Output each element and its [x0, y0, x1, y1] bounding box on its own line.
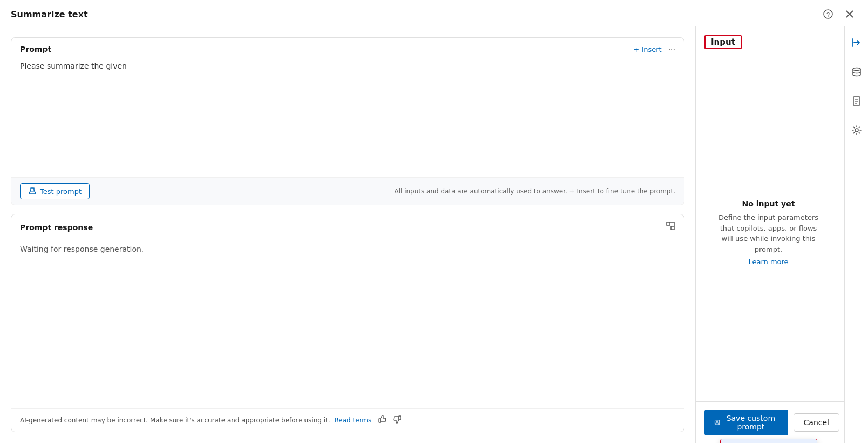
thumbs-down-icon — [392, 414, 402, 424]
window-title: Summarize text — [11, 9, 88, 19]
input-title: Input — [704, 35, 742, 49]
svg-rect-12 — [853, 97, 860, 105]
prompt-text[interactable]: Please summarize the given — [11, 58, 684, 177]
save-label: Save custom prompt — [723, 414, 778, 431]
input-header: Input — [704, 35, 832, 49]
document-icon-button[interactable] — [847, 91, 866, 111]
main-layout: Prompt + Insert ··· Please summarize the… — [0, 26, 868, 443]
cancel-button[interactable]: Cancel — [794, 413, 839, 432]
settings-icon — [851, 125, 862, 136]
response-title: Prompt response — [20, 223, 93, 232]
document-icon — [851, 96, 862, 106]
database-icon — [851, 66, 862, 77]
prompt-header: Prompt + Insert ··· — [11, 38, 684, 58]
svg-rect-6 — [671, 226, 674, 230]
right-panel-content: Input No input yet Define the input para… — [704, 35, 859, 434]
close-button[interactable] — [842, 6, 857, 22]
flask-icon — [28, 187, 37, 196]
prompt-section: Prompt + Insert ··· Please summarize the… — [11, 37, 684, 205]
help-button[interactable]: ? — [820, 6, 836, 22]
svg-rect-10 — [399, 416, 401, 420]
sign-in-icon — [851, 37, 863, 49]
no-input-title: No input yet — [742, 199, 795, 208]
title-bar-actions: ? — [820, 6, 857, 22]
learn-more-link[interactable]: Learn more — [748, 258, 788, 266]
response-waiting-text: Waiting for response generation. — [11, 238, 684, 408]
settings-icon-button[interactable] — [847, 120, 866, 140]
save-icon — [714, 418, 720, 427]
response-footer: AI-generated content may be incorrect. M… — [11, 408, 684, 432]
expand-icon — [666, 221, 675, 231]
response-section: Prompt response Waiting for response gen… — [11, 214, 684, 432]
svg-rect-5 — [667, 222, 670, 225]
bottom-bar: Save custom prompt Cancel — [696, 401, 868, 443]
left-panel: Prompt + Insert ··· Please summarize the… — [0, 26, 695, 443]
sign-in-icon-button[interactable] — [847, 33, 866, 52]
response-header: Prompt response — [11, 214, 684, 238]
prompt-title: Prompt — [20, 45, 51, 53]
sidebar-icons-strip — [844, 26, 868, 443]
svg-rect-9 — [379, 419, 381, 422]
svg-text:?: ? — [826, 11, 830, 18]
disclaimer-text: AI-generated content may be incorrect. M… — [20, 417, 330, 424]
thumbs-up-button[interactable] — [378, 414, 388, 426]
title-bar: Summarize text ? — [0, 0, 868, 26]
no-input-desc: Define the input parameters that copilot… — [715, 212, 822, 254]
insert-button[interactable]: + Insert — [633, 45, 661, 53]
thumbs-up-icon — [378, 414, 388, 424]
add-input-dropdown: Text Image or document — [720, 439, 817, 443]
prompt-footer: Test prompt All inputs and data are auto… — [11, 177, 684, 205]
svg-point-16 — [855, 129, 858, 132]
prompt-footer-hint: All inputs and data are automatically us… — [394, 187, 675, 195]
right-panel: Input No input yet Define the input para… — [695, 26, 868, 443]
thumbs-down-button[interactable] — [392, 414, 402, 426]
more-options-button[interactable]: ··· — [668, 44, 675, 54]
text-option[interactable]: Text — [721, 439, 817, 443]
test-prompt-button[interactable]: Test prompt — [20, 183, 90, 199]
svg-rect-23 — [716, 423, 719, 425]
feedback-icons — [378, 414, 402, 426]
expand-button[interactable] — [666, 221, 675, 233]
save-custom-prompt-button[interactable]: Save custom prompt — [704, 410, 788, 435]
read-terms-link[interactable]: Read terms — [335, 417, 372, 424]
prompt-actions: + Insert ··· — [633, 44, 675, 54]
no-input-section: No input yet Define the input parameters… — [704, 60, 832, 405]
svg-point-11 — [853, 68, 860, 71]
database-icon-button[interactable] — [847, 62, 866, 82]
test-prompt-label: Test prompt — [40, 187, 82, 196]
